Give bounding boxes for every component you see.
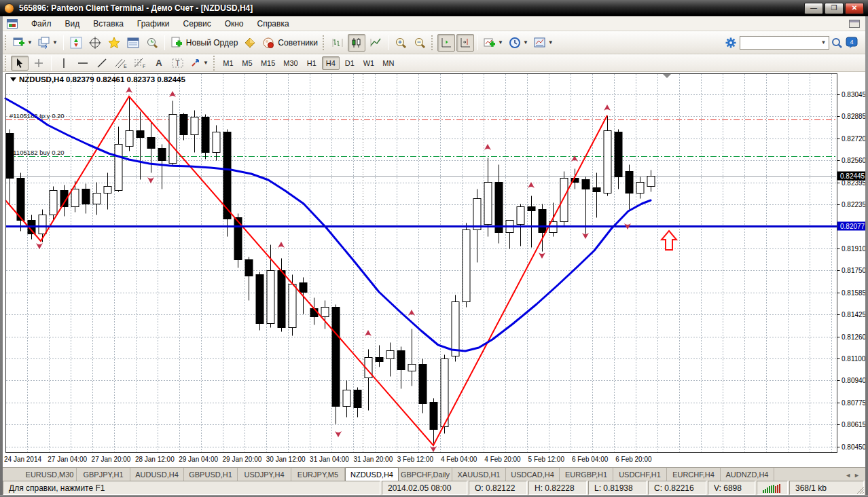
timeframe-m1[interactable]: M1 xyxy=(219,56,237,70)
timeframe-m30[interactable]: M30 xyxy=(280,56,301,70)
time-axis-label: 6 Feb 04:00 xyxy=(572,456,609,463)
new-chart-button[interactable]: ▼ xyxy=(11,34,35,52)
tab-gbpusd-h1[interactable]: GBPUSD,H1 xyxy=(184,468,238,481)
timeframe-w1[interactable]: W1 xyxy=(360,56,378,70)
tab-usdjpy-h4[interactable]: USDJPY,H4 xyxy=(238,468,291,481)
time-axis-label: 5 Feb 12:00 xyxy=(528,456,565,463)
title-bar: 565896: Panteon Client Terminal - Демо С… xyxy=(0,0,868,16)
menu-service[interactable]: Сервис xyxy=(177,18,218,30)
metaeditor-button[interactable] xyxy=(241,34,259,52)
time-axis-label: 27 Jan 04:00 xyxy=(48,456,87,463)
settings-gear-icon[interactable] xyxy=(725,37,737,49)
periods-button[interactable]: ▼ xyxy=(507,34,530,52)
timeframe-m15[interactable]: M15 xyxy=(257,56,278,70)
chart-tab-bar: EURUSD,M30 GBPJPY,H1 AUDUSD,H4 GBPUSD,H1… xyxy=(3,467,865,481)
minimize-button[interactable]: — xyxy=(804,3,823,14)
market-watch-button[interactable] xyxy=(67,34,85,52)
tab-nzdusd-h4[interactable]: NZDUSD,H4 xyxy=(345,467,399,481)
notifications-icon[interactable]: 4 xyxy=(846,37,858,49)
tab-scroll-right-icon[interactable]: ► xyxy=(854,472,860,479)
tab-audnzd-h4[interactable]: AUDNZD,H4 xyxy=(721,468,774,481)
toolbar-grip[interactable] xyxy=(431,35,435,50)
menu-help[interactable]: Справка xyxy=(251,18,296,30)
trendline-tool-button[interactable] xyxy=(93,56,111,71)
text-label-tool-button[interactable]: T xyxy=(169,56,187,71)
vertical-line-tool-button[interactable] xyxy=(55,56,73,71)
horizontal-line-tool-button[interactable] xyxy=(74,56,92,71)
tab-eurusd-m30[interactable]: EURUSD,M30 xyxy=(23,468,77,481)
menu-charts[interactable]: Графики xyxy=(130,18,177,30)
crosshair-tool-button[interactable] xyxy=(30,56,48,71)
svg-text:T: T xyxy=(175,60,179,67)
tab-usdchf-h1[interactable]: USDCHF,H1 xyxy=(613,468,667,481)
strategy-tester-button[interactable] xyxy=(143,34,161,52)
arrows-tool-button[interactable]: ▼ xyxy=(188,56,211,71)
status-bar: Для справки, нажмите F1 2014.02.05 08:00… xyxy=(3,481,865,495)
cursor-tool-button[interactable] xyxy=(11,56,29,71)
dropdown-arrow-icon: ▼ xyxy=(548,39,554,45)
timeframe-h4[interactable]: H4 xyxy=(322,56,340,70)
window-edge-right xyxy=(865,16,868,497)
ohlc-header: NZDUSD,H4 0.82379 0.82461 0.82373 0.8244… xyxy=(19,75,185,84)
tab-scroll-left-icon[interactable]: ◄ xyxy=(845,472,851,479)
timeframe-h1[interactable]: H1 xyxy=(303,56,321,70)
buy-order-label: #1105182 buy 0.20 xyxy=(10,149,65,156)
zoom-out-button[interactable] xyxy=(411,34,429,52)
time-axis-label: 3 Feb 12:00 xyxy=(397,456,434,463)
menu-insert[interactable]: Вставка xyxy=(86,18,130,30)
fibonacci-tool-button[interactable]: F xyxy=(131,56,149,71)
status-traffic: 368/1 kb xyxy=(789,481,864,495)
menu-window[interactable]: Окно xyxy=(218,18,251,30)
chart-shift-button[interactable] xyxy=(456,34,474,52)
tab-audusd-h4[interactable]: AUDUSD,H4 xyxy=(130,468,184,481)
hline-price-badge-text: 0.82077 xyxy=(840,223,865,230)
chart-area[interactable]: #1105182 tp:y 0.20#1105182 buy 0.20NZDUS… xyxy=(3,72,865,467)
auto-scroll-button[interactable] xyxy=(437,34,455,52)
timeframe-d1[interactable]: D1 xyxy=(341,56,359,70)
text-tool-button[interactable]: A xyxy=(150,56,168,71)
channel-tool-button[interactable]: E xyxy=(112,56,130,71)
tab-xauusd-h1[interactable]: XAUUSD,H1 xyxy=(452,468,506,481)
timeframe-m5[interactable]: M5 xyxy=(238,56,256,70)
timeframe-mn[interactable]: MN xyxy=(379,56,397,70)
bar-chart-button[interactable] xyxy=(329,34,346,52)
profiles-button[interactable]: ▼ xyxy=(36,34,60,52)
navigator-button[interactable] xyxy=(105,34,123,52)
candlestick-chart-button[interactable] xyxy=(348,34,365,52)
time-axis-label: 27 Jan 20:00 xyxy=(92,456,131,463)
toolbar-grip[interactable] xyxy=(5,35,8,50)
toolbar-grip[interactable] xyxy=(323,35,326,50)
toolbar-grip[interactable] xyxy=(213,56,217,71)
window-title: 565896: Panteon Client Terminal - Демо С… xyxy=(19,3,253,13)
chart-canvas[interactable]: #1105182 tp:y 0.20#1105182 buy 0.20NZDUS… xyxy=(3,72,865,467)
expert-advisors-button[interactable]: Советники xyxy=(260,34,320,52)
tab-gbpjpy-h1[interactable]: GBPJPY,H1 xyxy=(77,468,130,481)
menu-file[interactable]: Файл xyxy=(24,18,58,30)
terminal-button[interactable] xyxy=(124,34,142,52)
status-open: O: 0.82122 xyxy=(469,481,527,495)
menu-view[interactable]: Вид xyxy=(58,18,87,30)
templates-button[interactable]: ▼ xyxy=(532,34,556,52)
search-icon[interactable] xyxy=(831,37,843,49)
resize-grip[interactable] xyxy=(855,485,865,494)
indicators-button[interactable]: ▼ xyxy=(482,34,505,52)
tab-eurchf-h4[interactable]: EURCHF,H4 xyxy=(667,468,721,481)
zoom-in-button[interactable] xyxy=(392,34,410,52)
toolbar-grip[interactable] xyxy=(5,56,8,71)
line-chart-button[interactable] xyxy=(367,34,384,52)
new-order-button[interactable]: Новый Ордер xyxy=(168,34,240,52)
time-axis-label: 24 Jan 2014 xyxy=(4,456,41,463)
price-axis-label: 0.80775 xyxy=(842,399,865,407)
mdi-restore-icon[interactable] xyxy=(849,20,860,28)
tab-eurgbp-h1[interactable]: EURGBP,H1 xyxy=(560,468,613,481)
tab-eurjpy-m5[interactable]: EURJPY,M5 xyxy=(291,468,345,481)
maximize-button[interactable]: ❐ xyxy=(825,3,844,14)
tab-gbpchf-daily[interactable]: GBPCHF,Daily xyxy=(399,468,452,481)
close-button[interactable]: ✕ xyxy=(845,3,864,14)
tab-usdcad-h4[interactable]: USDCAD,H4 xyxy=(506,468,560,481)
time-axis-label: 4 Feb 20:00 xyxy=(484,456,521,463)
search-dropdown-arrow[interactable]: ▼ xyxy=(819,37,828,49)
data-window-button[interactable] xyxy=(86,34,104,52)
search-input[interactable] xyxy=(740,36,829,50)
time-axis-label: 4 Feb 04:00 xyxy=(441,456,477,463)
